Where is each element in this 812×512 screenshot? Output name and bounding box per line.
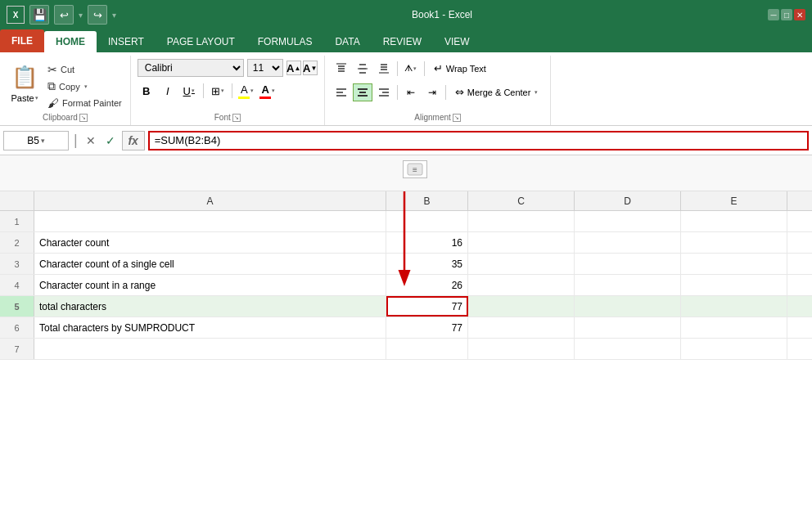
table-row: 7 [0, 339, 812, 360]
cell-e5[interactable] [681, 296, 787, 317]
font-dialog-launcher[interactable]: ↘ [232, 114, 241, 122]
cell-e4[interactable] [681, 275, 787, 295]
fill-color-icon: A [241, 83, 248, 96]
tab-file[interactable]: FILE [0, 29, 44, 52]
tab-page-layout[interactable]: PAGE LAYOUT [156, 31, 246, 52]
tab-home[interactable]: HOME [44, 31, 97, 52]
cell-c6[interactable] [468, 317, 575, 338]
cut-button[interactable]: ✂ Cut [46, 62, 124, 77]
decrease-indent-button[interactable]: ⇤ [401, 83, 421, 101]
cell-e3[interactable] [681, 254, 787, 274]
align-sep2 [424, 61, 425, 76]
cell-a7[interactable] [34, 339, 386, 359]
row-num-4: 4 [0, 275, 34, 295]
col-header-a[interactable]: A [34, 191, 386, 211]
cell-b4[interactable]: 26 [386, 275, 468, 295]
font-color-bar [259, 97, 271, 99]
cell-c7[interactable] [468, 339, 575, 359]
align-bottom-button[interactable] [374, 60, 394, 78]
align-top-button[interactable] [332, 60, 351, 78]
cell-a5[interactable]: total characters [34, 296, 386, 317]
tab-insert[interactable]: INSERT [97, 31, 156, 52]
fill-color-button[interactable]: A ▾ [237, 82, 255, 100]
font-sep2 [232, 83, 232, 98]
copy-button[interactable]: ⧉ Copy ▾ [46, 79, 124, 94]
clipboard-dialog-launcher[interactable]: ↘ [79, 114, 88, 122]
fx-button[interactable]: fx [122, 131, 145, 150]
col-header-d[interactable]: D [575, 191, 681, 211]
align-middle-button[interactable] [353, 60, 372, 78]
close-button[interactable]: ✕ [794, 9, 805, 20]
redo-button[interactable]: ↪ [88, 5, 107, 25]
cell-d6[interactable] [575, 317, 681, 338]
underline-caret: ▾ [192, 88, 195, 94]
tab-formulas[interactable]: FORMULAS [246, 31, 324, 52]
format-painter-button[interactable]: 🖌 Format Painter [46, 96, 124, 110]
increase-indent-button[interactable]: ⇥ [422, 83, 442, 101]
italic-button[interactable]: I [159, 82, 177, 100]
orient-text-button[interactable]: ᗑ▾ [401, 60, 421, 78]
border-button[interactable]: ⊞▾ [209, 82, 227, 100]
cell-a2[interactable]: Character count [34, 232, 386, 253]
tab-view[interactable]: VIEW [433, 31, 481, 52]
bold-button[interactable]: B [138, 82, 156, 100]
font-color-button[interactable]: A ▾ [259, 82, 277, 100]
cell-e2[interactable] [681, 232, 787, 253]
font-name-select[interactable]: Calibri [138, 59, 244, 77]
cell-b2[interactable]: 16 [386, 232, 468, 253]
cell-d1[interactable] [575, 211, 681, 231]
font-shrink-button[interactable]: A▼ [303, 61, 318, 75]
window-title: Book1 - Excel [121, 9, 763, 20]
tab-review[interactable]: REVIEW [372, 31, 433, 52]
cell-e1[interactable] [681, 211, 787, 231]
cell-reference-box[interactable]: B5 ▾ [3, 131, 69, 150]
cell-c1[interactable] [468, 211, 575, 231]
cell-c3[interactable] [468, 254, 575, 274]
ribbon: 📋 Paste ▾ ✂ Cut ⧉ Copy ▾ [0, 52, 812, 126]
maximize-button[interactable]: □ [781, 9, 792, 20]
cell-e6[interactable] [681, 317, 787, 338]
alignment-dialog-launcher[interactable]: ↘ [453, 114, 461, 122]
save-button[interactable]: 💾 [29, 5, 49, 25]
center-align-button[interactable] [353, 83, 372, 101]
formula-input[interactable]: =SUM(B2:B4) [148, 131, 809, 150]
cell-b7[interactable] [386, 339, 468, 359]
undo-sep: ▾ [79, 11, 83, 20]
tab-data[interactable]: DATA [323, 31, 371, 52]
cell-b1[interactable] [386, 211, 468, 231]
cell-d3[interactable] [575, 254, 681, 274]
cell-b6[interactable]: 77 [386, 317, 468, 338]
copy-caret: ▾ [84, 83, 88, 90]
cell-a1[interactable] [34, 211, 386, 231]
col-header-b[interactable]: B [386, 191, 468, 211]
spreadsheet: A B C D E 1 2 Character count 16 3 Cha [0, 191, 812, 512]
undo-button[interactable]: ↩ [54, 5, 74, 25]
annotation-area: ≡ [0, 155, 812, 191]
underline-button[interactable]: U▾ [180, 82, 198, 100]
cell-d5[interactable] [575, 296, 681, 317]
cell-d4[interactable] [575, 275, 681, 295]
cell-a4[interactable]: Character count in a range [34, 275, 386, 295]
cell-e7[interactable] [681, 339, 787, 359]
left-align-button[interactable] [332, 83, 351, 101]
cell-a3[interactable]: Character count of a single cell [34, 254, 386, 274]
cell-c2[interactable] [468, 232, 575, 253]
cell-d2[interactable] [575, 232, 681, 253]
minimize-button[interactable]: ─ [768, 9, 779, 20]
cell-c4[interactable] [468, 275, 575, 295]
cell-b3[interactable]: 35 [386, 254, 468, 274]
formula-confirm-button[interactable]: ✓ [102, 132, 119, 149]
right-align-button[interactable] [374, 83, 394, 101]
merge-center-button[interactable]: ⇔ Merge & Center ▾ [449, 83, 544, 101]
cell-c5[interactable] [468, 296, 575, 317]
font-grow-button[interactable]: A▲ [286, 61, 301, 75]
wrap-text-button[interactable]: ↵ Wrap Text [428, 59, 492, 78]
paste-button[interactable]: 📋 Paste ▾ [7, 59, 43, 105]
formula-cancel-button[interactable]: ✕ [83, 132, 99, 149]
col-header-e[interactable]: E [681, 191, 787, 211]
col-header-c[interactable]: C [468, 191, 575, 211]
font-size-select[interactable]: 11 [247, 59, 283, 77]
cell-b5[interactable]: 77 [386, 296, 468, 317]
cell-d7[interactable] [575, 339, 681, 359]
cell-a6[interactable]: Total characters by SUMPRODUCT [34, 317, 386, 338]
